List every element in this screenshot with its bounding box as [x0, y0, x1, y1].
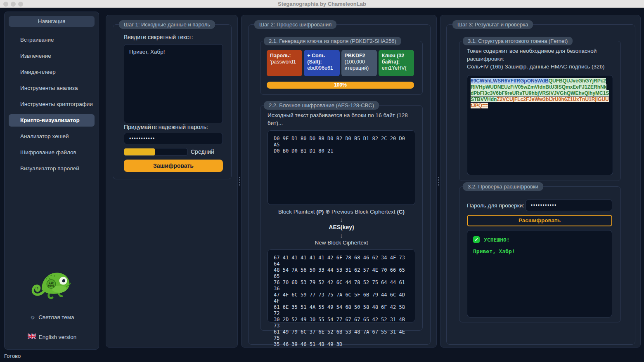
sidebar-item-password-visualizer[interactable]: Визуализатор паролей	[9, 162, 95, 175]
uk-flag-icon	[28, 334, 36, 340]
nav-header: Навигация	[9, 16, 95, 27]
plaintext-hex-box[interactable]: D0 9F D1 80 D0 B8 D0 B2 D0 B5 D1 82 2C 2…	[268, 130, 415, 205]
cipher-title-pill: 2.2. Блочное шифрование (AES-128-CBC)	[264, 101, 379, 110]
secret-text-label: Введите секретный текст:	[124, 34, 193, 40]
sidebar-item-analysis-tools[interactable]: Инструменты анализа	[9, 82, 95, 94]
sun-icon: ☼	[30, 314, 36, 320]
encrypt-button[interactable]: Зашифровать	[124, 160, 223, 172]
token-box[interactable]: 69CW5hLWSR6VFlfRGpON5WdBQUFBQUJveGhGYjRP…	[467, 75, 613, 175]
sidebar-item-embedding[interactable]: Встраивание	[9, 34, 95, 46]
status-text: Готово	[4, 353, 21, 359]
strength-label: Средний	[191, 148, 214, 155]
kdf-block-salt-label: + Соль (Salt):	[307, 53, 325, 65]
kdf-block-key: Ключ (32 байта): em1YeHV(	[379, 50, 414, 76]
token-title-pill: 3.1. Структура итогового токена (Fernet)	[463, 37, 573, 45]
verify-group: 3.2. Проверка расшифровки Пароль для про…	[459, 186, 621, 322]
kdf-block-pbkdf2-label: PBKDF2	[345, 53, 365, 59]
step3-group: Шаг 3: Результат и проверка 3.1. Структу…	[446, 24, 635, 345]
xor-line: Block Plaintext (P) ⊕ Previous Block Cip…	[268, 208, 415, 216]
splitter-handle-2[interactable]	[437, 15, 440, 348]
theme-toggle[interactable]: ☼ Светлая тема	[5, 314, 99, 320]
kdf-group: 2.1. Генерация ключа из пароля (PBKDF2-S…	[260, 41, 423, 95]
verify-password-input[interactable]: •••••••••••	[526, 200, 612, 211]
arrow-down-icon: ↓	[268, 231, 415, 240]
kdf-block-pbkdf2-value: (100,000 итераций)	[345, 59, 369, 71]
password-label: Придумайте надежный пароль:	[124, 124, 208, 130]
kdf-block-key-value: em1YeHV(	[382, 65, 407, 71]
password-input[interactable]: •••••••••••	[124, 133, 223, 144]
kdf-block-salt: + Соль (Salt): ebd096e61	[304, 50, 339, 76]
theme-toggle-label: Светлая тема	[38, 314, 74, 320]
kdf-title-pill: 2.1. Генерация ключа из пароля (PBKDF2-S…	[264, 37, 401, 45]
verify-result-box[interactable]: ✓ УСПЕШНО! Привет, Хабр!	[467, 230, 612, 317]
kdf-block-password-value: 'password1	[270, 59, 296, 65]
splitter-handle-1[interactable]	[238, 15, 241, 348]
language-toggle[interactable]: English version	[5, 334, 99, 340]
password-strength-fill	[124, 148, 155, 155]
secret-text-area[interactable]: Привет, Хабр!	[124, 44, 223, 123]
verify-password-label: Пароль для проверки:	[467, 202, 524, 209]
window-title: Steganographia by ChameleonLab	[0, 0, 644, 8]
aes-label: AES(key)	[268, 224, 415, 231]
kdf-blocks-row: Пароль: 'password1 + Соль (Salt): ebd096…	[267, 50, 414, 76]
statusbar: Готово	[0, 351, 644, 362]
decrypt-button[interactable]: Расшифровать	[467, 215, 612, 226]
token-legend: Соль+IV (16b) Зашифр. данные HMAC-подпис…	[467, 63, 613, 71]
step1-group: Шаг 1: Исходные данные и пароль Введите …	[113, 24, 232, 179]
ciphertext-hex-box[interactable]: 67 41 41 41 41 41 42 6F 78 68 46 62 34 4…	[268, 249, 415, 322]
sidebar-item-crypto-visualizer[interactable]: Крипто-визуализатор	[9, 114, 95, 127]
kdf-block-password-label: Пароль:	[270, 53, 291, 59]
success-label: УСПЕШНО!	[484, 237, 510, 243]
new-block-label: New Block Ciphertext	[268, 240, 415, 247]
password-strength-bar	[124, 148, 187, 156]
step2-title-pill: Шаг 2: Процесс шифрования	[254, 20, 336, 29]
token-group: 3.1. Структура итогового токена (Fernet)…	[459, 41, 621, 181]
sidebar-item-image-player[interactable]: Имидж-плеер	[9, 66, 95, 78]
svg-text:110: 110	[49, 281, 54, 284]
chameleon-logo: 110 0101	[5, 266, 99, 306]
cipher-group: 2.2. Блочное шифрование (AES-128-CBC) Ис…	[260, 105, 423, 331]
kdf-block-password: Пароль: 'password1	[267, 50, 302, 76]
sidebar-item-crypto-tools[interactable]: Инструменты криптографии	[9, 98, 95, 110]
verify-title-pill: 3.2. Проверка расшифровки	[463, 182, 543, 191]
kdf-block-key-label: Ключ (32 байта):	[382, 53, 405, 65]
success-check-icon: ✓	[473, 236, 480, 243]
pane-step2: Шаг 2: Процесс шифрования 2.1. Генерация…	[241, 15, 437, 348]
arrow-down-icon: ↓	[268, 216, 415, 224]
pane-step3: Шаг 3: Результат и проверка 3.1. Структу…	[440, 15, 641, 348]
step1-title-pill: Шаг 1: Исходные данные и пароль	[119, 20, 215, 29]
kdf-block-salt-value: ebd096e61	[307, 65, 333, 71]
language-toggle-label: English version	[39, 334, 77, 340]
svg-text:0101: 0101	[48, 284, 54, 287]
kdf-block-pbkdf2: PBKDF2 (100,000 итераций)	[341, 50, 377, 76]
success-row: ✓ УСПЕШНО!	[473, 236, 606, 243]
cipher-description: Исходный текст разбивается на блоки по 1…	[268, 111, 415, 127]
sidebar-item-file-encryption[interactable]: Шифрование файлов	[9, 146, 95, 159]
titlebar: Steganographia by ChameleonLab	[0, 0, 644, 8]
kdf-progress-bar: 100%	[267, 82, 414, 89]
xor-icon: ⊕	[325, 209, 330, 215]
step2-group: Шаг 2: Процесс шифрования 2.1. Генерация…	[248, 24, 431, 345]
decrypted-text: Привет, Хабр!	[473, 248, 606, 254]
sidebar: Навигация Встраивание Извлечение Имидж-п…	[4, 12, 99, 350]
sidebar-item-extraction[interactable]: Извлечение	[9, 50, 95, 62]
pane-step1: Шаг 1: Исходные данные и пароль Введите …	[106, 15, 238, 348]
sidebar-item-hash-analyzer[interactable]: Анализатор хешей	[9, 130, 95, 143]
nav-list: Встраивание Извлечение Имидж-плеер Инстр…	[9, 34, 95, 179]
token-salt-iv: 69CW5hLWSR6VFlfRGpON5WdB	[471, 78, 549, 84]
token-description: Токен содержит все необходимое для безоп…	[467, 47, 613, 63]
step3-title-pill: Шаг 3: Результат и проверка	[452, 20, 533, 29]
